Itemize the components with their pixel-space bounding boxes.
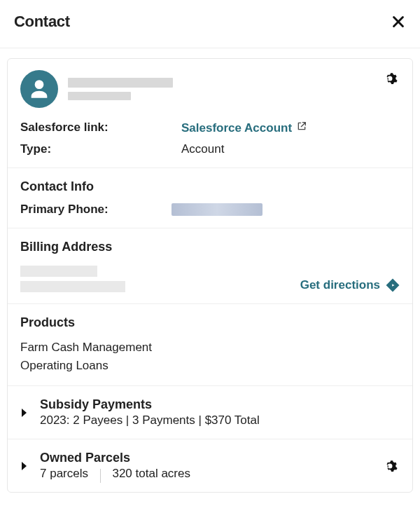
contact-info-title: Contact Info xyxy=(20,179,400,194)
owned-parcels-section: Owned Parcels 7 parcels 320 total acres xyxy=(8,439,412,492)
gear-icon[interactable] xyxy=(383,458,400,474)
redacted-text xyxy=(68,78,173,88)
billing-address-title: Billing Address xyxy=(20,240,400,254)
parcels-count: 7 parcels xyxy=(40,467,88,480)
product-item: Farm Cash Management xyxy=(20,338,400,357)
panel-title: Contact xyxy=(14,13,70,31)
redacted-text xyxy=(20,266,97,277)
contact-card: Salesforce link: Salesforce Account Type… xyxy=(7,58,413,493)
contact-info-section: Contact Info Primary Phone: xyxy=(8,167,412,228)
salesforce-link-text: Salesforce Account xyxy=(181,121,292,135)
redacted-text xyxy=(68,92,131,100)
subsidy-payments-section: Subsidy Payments 2023: 2 Payees | 3 Paym… xyxy=(8,385,412,439)
type-label: Type: xyxy=(20,142,181,156)
acres-count: 320 total acres xyxy=(112,467,190,480)
chevron-right-icon[interactable] xyxy=(20,408,29,418)
product-item: Operating Loans xyxy=(20,357,400,375)
contact-summary-section: Salesforce link: Salesforce Account Type… xyxy=(8,59,412,167)
get-directions-link[interactable]: Get directions xyxy=(300,278,400,292)
redacted-text xyxy=(20,281,125,292)
products-section: Products Farm Cash Management Operating … xyxy=(8,303,412,385)
avatar xyxy=(20,70,58,108)
directions-icon xyxy=(386,278,400,292)
panel-header: Contact xyxy=(0,0,420,48)
salesforce-account-link[interactable]: Salesforce Account xyxy=(181,121,307,135)
billing-address-value xyxy=(20,266,125,292)
billing-address-section: Billing Address Get directions xyxy=(8,228,412,303)
avatar-row xyxy=(20,70,173,108)
close-icon[interactable] xyxy=(391,14,406,29)
owned-parcels-summary: 7 parcels 320 total acres xyxy=(40,467,190,481)
get-directions-label: Get directions xyxy=(300,278,380,292)
primary-phone-label: Primary Phone: xyxy=(20,203,108,217)
subsidy-title: Subsidy Payments xyxy=(40,397,260,412)
divider xyxy=(100,469,101,483)
chevron-right-icon[interactable] xyxy=(20,461,29,471)
type-value: Account xyxy=(181,142,400,156)
gear-icon[interactable] xyxy=(383,70,400,87)
owned-parcels-title: Owned Parcels xyxy=(40,451,190,465)
subsidy-summary: 2023: 2 Payees | 3 Payments | $370 Total xyxy=(40,413,260,427)
external-link-icon xyxy=(296,121,307,135)
contact-name xyxy=(68,78,173,100)
redacted-phone xyxy=(172,203,262,216)
salesforce-grid: Salesforce link: Salesforce Account Type… xyxy=(20,121,400,156)
salesforce-link-label: Salesforce link: xyxy=(20,121,181,135)
products-title: Products xyxy=(20,315,400,330)
